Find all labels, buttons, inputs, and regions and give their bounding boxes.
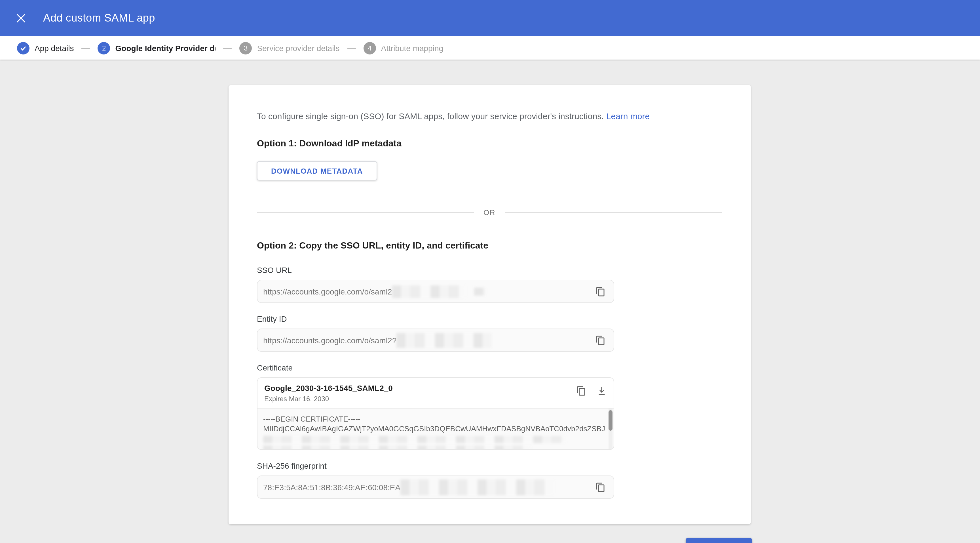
step-label: Google Identity Provider details (115, 43, 216, 53)
step-separator (81, 48, 91, 48)
step-label: Attribute mapping (381, 43, 443, 53)
sso-url-group: SSO URL https://accounts.google.com/o/sa… (257, 266, 614, 303)
step-app-details[interactable]: App details (17, 42, 74, 54)
redacted-text (263, 436, 565, 443)
entity-id-value: https://accounts.google.com/o/saml2? (263, 336, 396, 345)
idp-details-card: To configure single sign-on (SSO) for SA… (229, 85, 751, 524)
or-divider: OR (257, 208, 722, 217)
sha256-field: 78:E3:5A:8A:51:8B:36:49:AE:60:08:EA (257, 476, 614, 499)
entity-id-label: Entity ID (257, 314, 614, 323)
continue-button[interactable]: CONTINUE (686, 538, 752, 543)
sha256-value: 78:E3:5A:8A:51:8B:36:49:AE:60:08:EA (263, 482, 400, 492)
option1-heading: Option 1: Download IdP metadata (257, 139, 722, 149)
step-label: Service provider details (257, 43, 340, 53)
redacted-text (474, 287, 485, 295)
scrollbar-thumb[interactable] (609, 410, 612, 431)
divider-line (257, 212, 474, 213)
redacted-text (400, 479, 555, 495)
back-button[interactable]: BACK (236, 537, 268, 543)
close-icon[interactable] (11, 8, 30, 28)
step-separator (347, 48, 356, 48)
option2-heading: Option 2: Copy the SSO URL, entity ID, a… (257, 240, 722, 251)
step-attribute-mapping: 4 Attribute mapping (364, 42, 443, 54)
step-number-badge: 2 (98, 42, 110, 54)
step-service-provider-details: 3 Service provider details (240, 42, 340, 54)
scrollbar-track (609, 409, 612, 449)
certificate-line-1: -----BEGIN CERTIFICATE----- (263, 414, 603, 424)
certificate-group: Certificate Google_2030-3-16-1545_SAML2_… (257, 363, 614, 450)
or-label: OR (474, 208, 504, 217)
divider-line (504, 212, 722, 213)
stepper: App details 2 Google Identity Provider d… (0, 36, 980, 60)
sha256-group: SHA-256 fingerprint 78:E3:5A:8A:51:8B:36… (257, 461, 614, 499)
copy-icon[interactable] (593, 333, 608, 347)
redacted-text (263, 446, 531, 449)
learn-more-link[interactable]: Learn more (606, 111, 650, 121)
sso-url-label: SSO URL (257, 266, 614, 275)
check-icon (17, 42, 30, 54)
certificate-label: Certificate (257, 363, 614, 372)
certificate-name: Google_2030-3-16-1545_SAML2_0 (264, 384, 393, 393)
dialog-header: Add custom SAML app (0, 0, 980, 36)
certificate-box: Google_2030-3-16-1545_SAML2_0 Expires Ma… (257, 377, 614, 450)
step-label: App details (35, 43, 74, 53)
sso-url-field: https://accounts.google.com/o/saml2 (257, 280, 614, 303)
footer-actions: BACK CANCEL CONTINUE (229, 537, 752, 543)
certificate-body: -----BEGIN CERTIFICATE----- MIIDdjCCAl6g… (258, 409, 614, 449)
copy-icon[interactable] (593, 480, 608, 495)
intro-text: To configure single sign-on (SSO) for SA… (257, 111, 722, 121)
redacted-text (392, 285, 466, 298)
entity-id-group: Entity ID https://accounts.google.com/o/… (257, 314, 614, 352)
redacted-text (396, 333, 492, 347)
download-icon[interactable] (594, 384, 609, 398)
copy-icon[interactable] (574, 384, 589, 398)
step-separator (223, 48, 232, 48)
certificate-line-2: MIIDdjCCAl6gAwIBAgIGAZWjT2yoMA0GCSqGSIb3… (263, 424, 603, 433)
download-metadata-button[interactable]: DOWNLOAD METADATA (257, 161, 377, 180)
sso-url-value: https://accounts.google.com/o/saml2 (263, 287, 392, 296)
step-number-badge: 3 (240, 42, 252, 54)
step-google-idp-details[interactable]: 2 Google Identity Provider details (98, 42, 216, 54)
cancel-button[interactable]: CANCEL (636, 537, 678, 543)
dialog-title: Add custom SAML app (43, 12, 155, 24)
sha256-label: SHA-256 fingerprint (257, 461, 614, 470)
certificate-expiry: Expires Mar 16, 2030 (264, 395, 393, 403)
add-custom-saml-app-dialog: Add custom SAML app App details 2 Google… (0, 0, 980, 543)
copy-icon[interactable] (593, 284, 608, 299)
step-number-badge: 4 (364, 42, 376, 54)
entity-id-field: https://accounts.google.com/o/saml2? (257, 328, 614, 352)
certificate-header: Google_2030-3-16-1545_SAML2_0 Expires Ma… (258, 378, 614, 409)
